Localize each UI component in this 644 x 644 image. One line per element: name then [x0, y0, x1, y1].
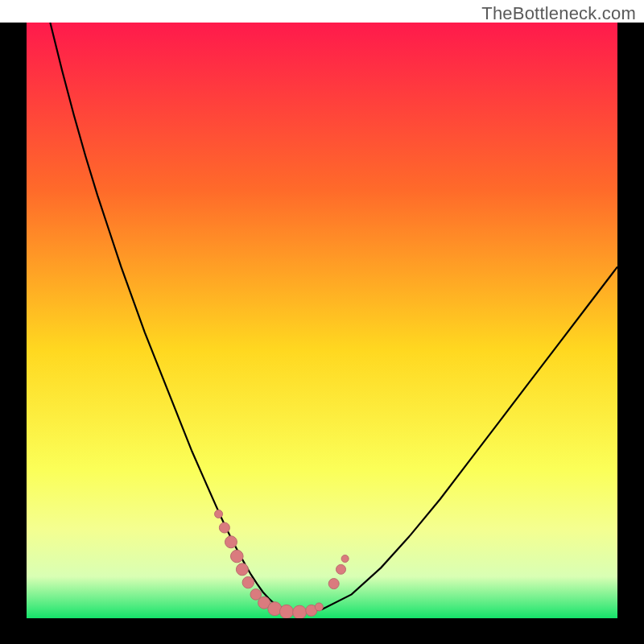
watermark-text: TheBottleneck.com — [481, 3, 636, 24]
data-marker — [293, 605, 307, 618]
data-marker — [215, 510, 223, 518]
gradient-background — [27, 23, 617, 618]
chart-plot-area — [27, 23, 617, 618]
bottleneck-chart-svg — [27, 23, 617, 618]
data-marker — [341, 555, 349, 563]
data-marker — [328, 579, 339, 589]
data-marker — [336, 564, 345, 574]
data-marker — [242, 576, 254, 588]
data-marker — [219, 522, 229, 533]
data-marker — [279, 605, 293, 618]
data-marker — [225, 536, 237, 548]
chart-frame — [0, 23, 644, 644]
data-marker — [236, 564, 248, 576]
data-marker — [231, 550, 244, 563]
data-marker — [315, 603, 323, 611]
data-marker — [268, 602, 282, 616]
